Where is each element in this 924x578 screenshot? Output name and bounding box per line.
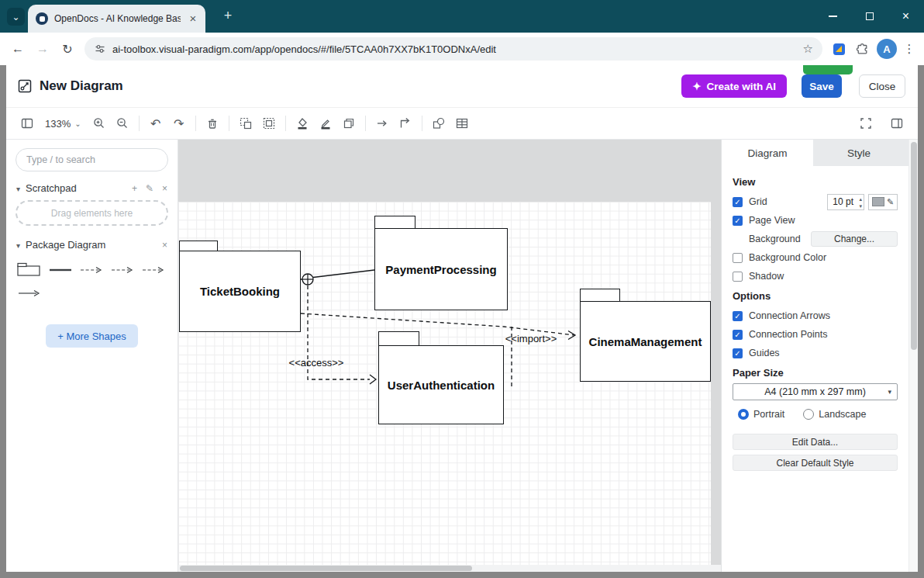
tab-style[interactable]: Style	[813, 140, 905, 166]
copy-icon	[342, 116, 356, 130]
package-cinemamanagement[interactable]: CinemaManagement	[580, 301, 711, 382]
toggle-left-panel-button[interactable]	[16, 112, 39, 135]
zoom-in-button[interactable]	[88, 112, 111, 135]
ungroup-icon	[262, 116, 276, 130]
fill-color-button[interactable]	[291, 112, 314, 135]
table-button[interactable]	[450, 112, 474, 135]
page-frame: New Diagram Create with AI Save Close 13…	[0, 65, 924, 578]
grid-checkbox[interactable]	[733, 197, 743, 207]
scratchpad-add-icon[interactable]	[132, 183, 137, 194]
create-with-ai-button[interactable]: Create with AI	[681, 74, 787, 98]
redo-button[interactable]	[167, 112, 191, 135]
caret-down-icon	[16, 182, 20, 194]
delete-button[interactable]	[201, 112, 224, 135]
horizontal-scrollbar[interactable]	[178, 565, 721, 572]
shape-palette	[6, 254, 178, 304]
diagram-canvas[interactable]: <<access>> <<import>> TicketBooking Paym…	[178, 140, 721, 572]
minimize-button[interactable]	[815, 0, 851, 33]
undo-button[interactable]	[144, 112, 167, 135]
zoom-level-select[interactable]: 133%	[45, 118, 81, 130]
browser-tab[interactable]: OpenDocs - AI Knowledge Base	[28, 5, 205, 33]
package-diagram-section-header[interactable]: Package Diagram	[6, 233, 178, 254]
elbow-connector-button[interactable]	[394, 112, 417, 135]
group-button[interactable]	[234, 112, 257, 135]
scratchpad-drop-area[interactable]: Drag elements here	[16, 200, 168, 226]
guides-row: Guides	[733, 344, 898, 362]
package-tab-ticketbooking[interactable]	[179, 241, 218, 251]
url-bar[interactable]: ai-toolbox.visual-paradigm.com/app/opend…	[84, 37, 822, 61]
opendocs-app: New Diagram Create with AI Save Close 13…	[6, 65, 918, 572]
palette-shape-arrow-connector[interactable]	[14, 281, 45, 304]
package-tab-userauthentication[interactable]	[378, 331, 419, 346]
grid-size-stepper[interactable]	[859, 196, 862, 209]
orientation-row: Portrait Landscape	[733, 404, 898, 424]
save-button[interactable]: Save	[802, 74, 842, 98]
profile-avatar[interactable]: A	[877, 39, 897, 59]
options-section-heading: Options	[733, 290, 898, 302]
palette-shape-package[interactable]	[14, 258, 45, 281]
more-shapes-button[interactable]: + More Shapes	[46, 324, 138, 348]
package-tab-cinemamanagement[interactable]	[580, 289, 620, 302]
close-button[interactable]: Close	[859, 74, 905, 98]
guides-checkbox[interactable]	[733, 348, 743, 358]
grid-size-input[interactable]: 10 pt	[827, 194, 864, 210]
close-window-button[interactable]	[888, 0, 924, 33]
toggle-right-panel-button[interactable]	[885, 112, 908, 135]
grid-color-button[interactable]	[868, 194, 898, 210]
zoom-out-button[interactable]	[111, 112, 134, 135]
reload-button[interactable]	[56, 37, 79, 61]
background-change-button[interactable]: Change...	[811, 231, 898, 247]
package-paymentprocessing[interactable]: PaymentProcessing	[374, 228, 508, 310]
forward-button[interactable]	[31, 37, 54, 61]
main-area: Scratchpad Drag elements here Package Di…	[6, 140, 918, 572]
palette-close-icon[interactable]	[162, 240, 167, 251]
shapes-button[interactable]	[427, 112, 450, 135]
landscape-radio[interactable]	[803, 409, 814, 420]
tab-diagram[interactable]: Diagram	[722, 140, 813, 166]
copy-style-button[interactable]	[337, 112, 360, 135]
line-color-button[interactable]	[314, 112, 337, 135]
horizontal-scrollbar-thumb[interactable]	[180, 566, 472, 571]
portrait-radio[interactable]	[738, 409, 749, 420]
page-view-checkbox[interactable]	[733, 216, 743, 226]
page-view-label: Page View	[749, 215, 795, 226]
back-button[interactable]	[6, 37, 29, 61]
tab-search-button[interactable]	[7, 8, 25, 26]
new-tab-button[interactable]	[219, 8, 236, 25]
scratchpad-section-header[interactable]: Scratchpad	[6, 176, 178, 198]
package-tab-paymentprocessing[interactable]	[374, 216, 415, 229]
connection-arrows-checkbox[interactable]	[733, 311, 743, 321]
shadow-checkbox[interactable]	[733, 272, 743, 282]
palette-shape-access-connector[interactable]	[138, 258, 169, 281]
straight-connector-button[interactable]	[371, 112, 394, 135]
vertical-scrollbar[interactable]	[908, 140, 918, 572]
connection-points-checkbox[interactable]	[733, 330, 743, 340]
background-color-checkbox[interactable]	[733, 253, 743, 263]
palette-shape-import-connector[interactable]	[107, 258, 138, 281]
package-ticketbooking[interactable]: TicketBooking	[179, 251, 301, 332]
search-input[interactable]	[16, 148, 168, 171]
create-with-ai-label: Create with AI	[706, 81, 776, 92]
extensions-puzzle-icon[interactable]	[851, 38, 873, 60]
bookmark-star-icon[interactable]	[803, 42, 813, 56]
palette-shape-line[interactable]	[45, 258, 76, 281]
tab-title: OpenDocs - AI Knowledge Base	[54, 13, 181, 24]
paper-size-select[interactable]: A4 (210 mm x 297 mm)	[733, 383, 898, 400]
vertical-scrollbar-thumb[interactable]	[911, 142, 917, 350]
page-view-row: Page View	[733, 211, 898, 230]
connection-arrows-row: Connection Arrows	[733, 306, 898, 325]
ungroup-button[interactable]	[257, 112, 281, 135]
fullscreen-button[interactable]	[854, 112, 877, 135]
maximize-button[interactable]	[851, 0, 888, 33]
scratchpad-edit-icon[interactable]	[146, 183, 153, 194]
scratchpad-close-icon[interactable]	[162, 183, 167, 194]
edit-data-button[interactable]: Edit Data...	[733, 434, 898, 450]
package-userauthentication[interactable]: UserAuthentication	[378, 345, 504, 424]
palette-shape-dependency-connector[interactable]	[76, 258, 107, 281]
site-settings-icon[interactable]	[94, 43, 106, 55]
url-text[interactable]: ai-toolbox.visual-paradigm.com/app/opend…	[112, 43, 797, 55]
browser-menu-icon[interactable]	[901, 42, 918, 56]
tab-close-icon[interactable]	[187, 12, 199, 25]
clear-default-style-button[interactable]: Clear Default Style	[733, 455, 898, 471]
extension-colored-icon[interactable]	[828, 38, 850, 60]
